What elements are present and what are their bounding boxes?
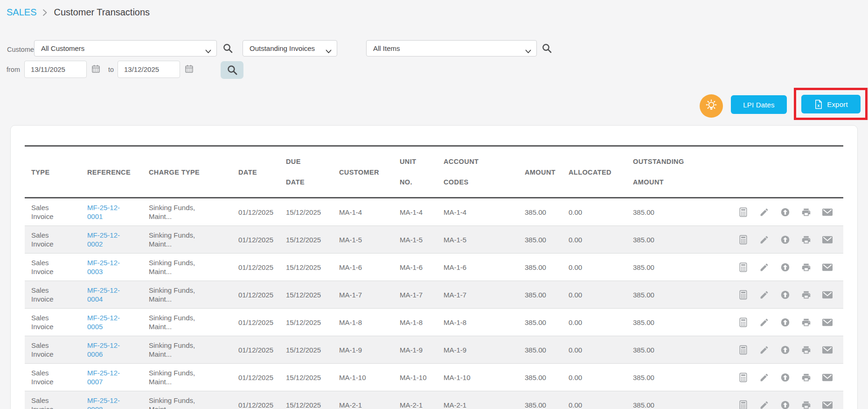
print-icon[interactable] (801, 290, 811, 300)
customer-label: Customer (7, 46, 36, 53)
reference-link[interactable]: MF-25-12-0003 (87, 258, 125, 276)
upload-icon[interactable] (780, 345, 790, 355)
col-reference: REFERENCE (87, 162, 131, 183)
calculator-icon[interactable] (738, 373, 748, 382)
table-row: Sales Invoice MF-25-12-0008 Sinking Fund… (25, 391, 843, 409)
svg-text:x: x (818, 103, 820, 108)
type-cell: Sales Invoice (31, 313, 58, 331)
email-icon[interactable] (822, 208, 833, 216)
date-search-button[interactable] (221, 61, 243, 79)
charge-type-cell: Sinking Funds, Maint... (149, 341, 205, 359)
print-icon[interactable] (801, 235, 811, 245)
email-icon[interactable] (822, 346, 833, 354)
email-icon[interactable] (822, 401, 833, 409)
email-icon[interactable] (822, 236, 833, 244)
date-cell: 01/12/2025 (238, 318, 273, 327)
from-calendar-icon[interactable] (91, 64, 100, 75)
col-allocated: ALLOCATED (569, 162, 611, 183)
col-type: TYPE (31, 162, 49, 183)
edit-icon[interactable] (759, 235, 769, 245)
outstanding-amount-cell: 385.00 (633, 318, 654, 327)
type-cell: Sales Invoice (31, 286, 58, 303)
lpi-dates-button[interactable]: LPI Dates (731, 95, 787, 114)
outstanding-amount-cell: 385.00 (633, 346, 654, 354)
upload-icon[interactable] (780, 373, 790, 382)
upload-icon[interactable] (780, 290, 790, 300)
reference-link[interactable]: MF-25-12-0001 (87, 203, 125, 221)
email-icon[interactable] (822, 318, 833, 326)
reference-link[interactable]: MF-25-12-0004 (87, 286, 125, 303)
calculator-icon[interactable] (738, 207, 748, 217)
from-date-input[interactable]: 13/11/2025 (24, 61, 87, 78)
table-row: Sales Invoice MF-25-12-0001 Sinking Fund… (25, 198, 843, 226)
lightbulb-icon (704, 99, 718, 113)
account-codes-cell: MA-1-4 (444, 208, 466, 217)
to-date-input[interactable]: 13/12/2025 (118, 61, 180, 78)
customer-cell: MA-1-6 (339, 263, 362, 272)
charge-type-cell: Sinking Funds, Maint... (149, 286, 205, 303)
edit-icon[interactable] (759, 317, 769, 327)
upload-icon[interactable] (780, 262, 790, 272)
print-icon[interactable] (801, 373, 811, 382)
edit-icon[interactable] (759, 345, 769, 355)
excel-file-icon: x (814, 99, 823, 109)
email-icon[interactable] (822, 374, 833, 381)
edit-icon[interactable] (759, 400, 769, 409)
print-icon[interactable] (801, 400, 811, 409)
reference-link[interactable]: MF-25-12-0006 (87, 341, 125, 359)
tips-button[interactable] (700, 94, 723, 118)
export-button[interactable]: x Export (801, 95, 861, 113)
account-codes-cell: MA-1-6 (444, 263, 466, 272)
table-row: Sales Invoice MF-25-12-0005 Sinking Fund… (25, 309, 843, 336)
upload-icon[interactable] (780, 400, 790, 409)
charge-type-cell: Sinking Funds, Maint... (149, 368, 205, 386)
print-icon[interactable] (801, 207, 811, 217)
invoice-filter-select[interactable]: Outstanding Invoices (243, 40, 337, 56)
breadcrumb-sales-link[interactable]: SALES (7, 7, 36, 18)
outstanding-amount-cell: 385.00 (633, 235, 654, 244)
amount-cell: 385.00 (525, 401, 546, 409)
calculator-icon[interactable] (738, 345, 748, 355)
reference-link[interactable]: MF-25-12-0007 (87, 368, 125, 386)
email-icon[interactable] (822, 263, 833, 271)
calculator-icon[interactable] (738, 317, 748, 327)
table-row: Sales Invoice MF-25-12-0004 Sinking Fund… (25, 281, 843, 309)
allocated-cell: 0.00 (569, 263, 582, 272)
customer-select[interactable]: All Customers (34, 40, 217, 56)
unit-no-cell: MA-1-5 (400, 235, 423, 244)
col-date: DATE (238, 162, 257, 183)
calculator-icon[interactable] (738, 400, 748, 409)
calculator-icon[interactable] (738, 290, 748, 300)
table-row: Sales Invoice MF-25-12-0003 Sinking Fund… (25, 254, 843, 281)
edit-icon[interactable] (759, 290, 769, 300)
reference-link[interactable]: MF-25-12-0008 (87, 396, 125, 409)
edit-icon[interactable] (759, 207, 769, 217)
customer-search-icon[interactable] (222, 43, 233, 55)
upload-icon[interactable] (780, 317, 790, 327)
upload-icon[interactable] (780, 207, 790, 217)
print-icon[interactable] (801, 262, 811, 272)
account-codes-cell: MA-1-5 (444, 235, 466, 244)
items-search-icon[interactable] (542, 43, 552, 55)
print-icon[interactable] (801, 317, 811, 327)
calculator-icon[interactable] (738, 262, 748, 272)
to-calendar-icon[interactable] (185, 64, 194, 75)
table-row: Sales Invoice MF-25-12-0002 Sinking Fund… (25, 226, 843, 254)
calculator-icon[interactable] (738, 235, 748, 245)
type-cell: Sales Invoice (31, 258, 58, 276)
reference-link[interactable]: MF-25-12-0005 (87, 313, 125, 331)
print-icon[interactable] (801, 345, 811, 355)
due-date-cell: 15/12/2025 (286, 290, 321, 299)
reference-link[interactable]: MF-25-12-0002 (87, 231, 125, 248)
col-amount: AMOUNT (525, 162, 556, 183)
items-filter-select[interactable]: All Items (366, 40, 537, 56)
edit-icon[interactable] (759, 262, 769, 272)
due-date-cell: 15/12/2025 (286, 208, 321, 217)
upload-icon[interactable] (780, 235, 790, 245)
edit-icon[interactable] (759, 373, 769, 382)
unit-no-cell: MA-1-6 (400, 263, 423, 272)
email-icon[interactable] (822, 291, 833, 299)
from-date-value: 13/11/2025 (31, 65, 65, 73)
unit-no-cell: MA-2-1 (400, 401, 423, 409)
account-codes-cell: MA-1-9 (444, 346, 466, 354)
